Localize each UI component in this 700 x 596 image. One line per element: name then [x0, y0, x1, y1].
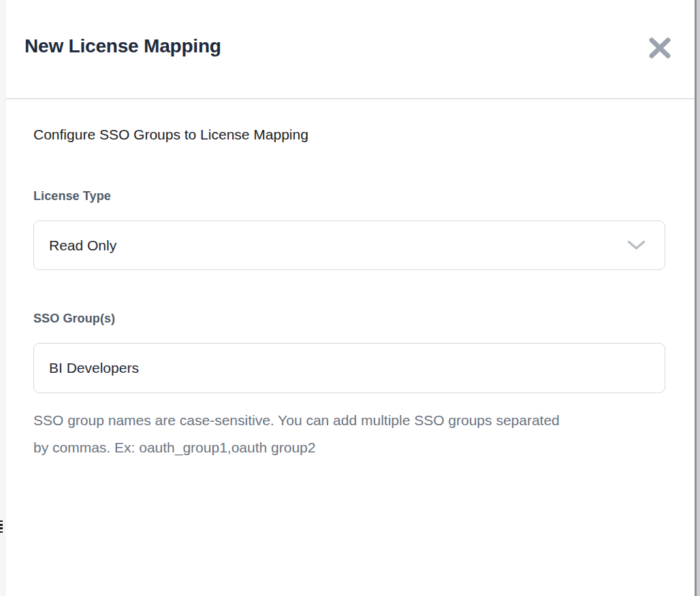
license-type-selected-value: Read Only	[49, 237, 116, 254]
license-type-select[interactable]: Read Only	[33, 220, 665, 270]
modal-right-edge-strip	[695, 0, 700, 596]
screen: New License Mapping Configure SSO Groups…	[0, 0, 700, 596]
new-license-mapping-modal: New License Mapping Configure SSO Groups…	[5, 0, 695, 596]
modal-body: Configure SSO Groups to License Mapping …	[5, 99, 695, 596]
modal-title: New License Mapping	[25, 35, 221, 57]
sso-groups-help-text: SSO group names are case-sensitive. You …	[33, 407, 578, 461]
modal-header: New License Mapping	[5, 0, 695, 99]
chevron-down-icon	[627, 240, 646, 250]
modal-subheading: Configure SSO Groups to License Mapping	[33, 127, 308, 143]
menu-icon	[0, 520, 3, 533]
sso-groups-input[interactable]	[33, 343, 665, 393]
background-page-edge	[0, 0, 5, 596]
sso-groups-label: SSO Group(s)	[33, 312, 115, 326]
close-button[interactable]	[644, 33, 675, 63]
license-type-label: License Type	[33, 189, 111, 203]
close-icon	[648, 37, 671, 59]
